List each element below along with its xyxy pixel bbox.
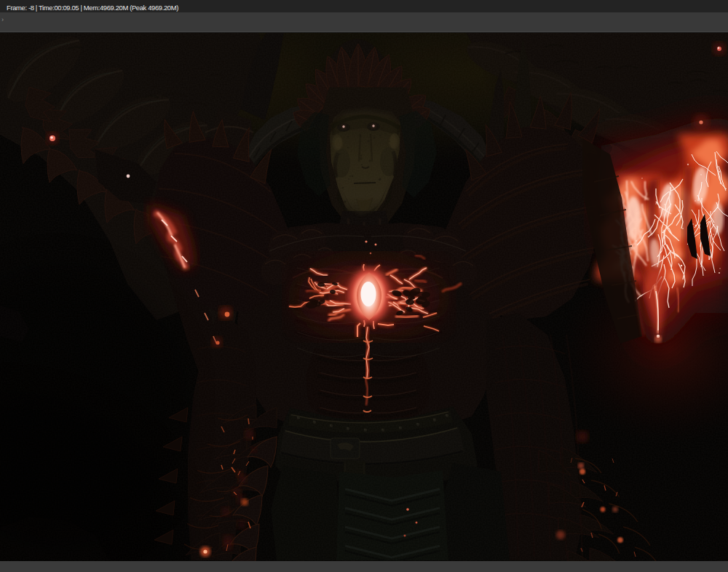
- svg-text:Frame: -8 | Time:00:09.05 | Me: Frame: -8 | Time:00:09.05 | Mem:4969.20M…: [7, 4, 178, 12]
- svg-text:›: ›: [1, 16, 4, 23]
